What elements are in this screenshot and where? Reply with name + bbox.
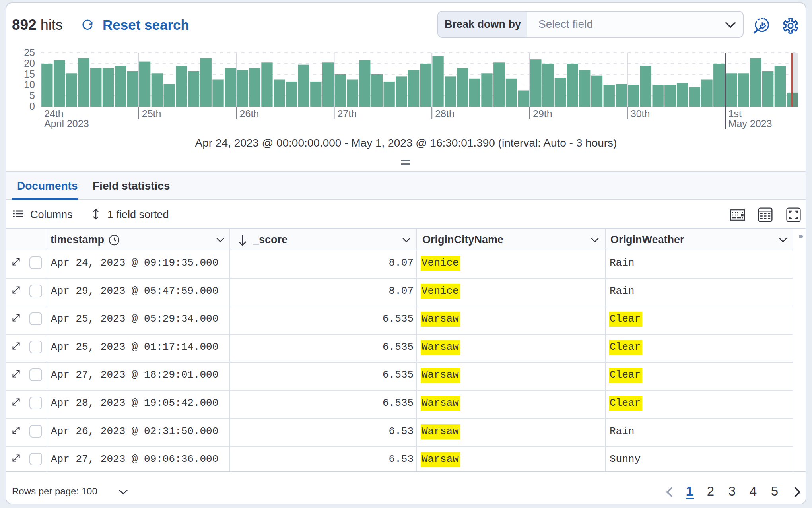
svg-text:15: 15 <box>24 68 35 79</box>
svg-text:26th: 26th <box>240 108 259 119</box>
svg-text:24th: 24th <box>44 108 64 119</box>
svg-text:29th: 29th <box>533 108 552 119</box>
svg-text:20: 20 <box>24 58 35 69</box>
svg-text:May 2023: May 2023 <box>728 118 772 129</box>
svg-text:10: 10 <box>24 79 35 90</box>
svg-text:1st: 1st <box>728 108 742 119</box>
svg-text:30th: 30th <box>631 108 650 119</box>
svg-text:5: 5 <box>29 90 35 101</box>
svg-text:28th: 28th <box>435 108 455 119</box>
svg-text:25th: 25th <box>142 108 161 119</box>
svg-text:27th: 27th <box>337 108 357 119</box>
svg-text:0: 0 <box>29 101 35 112</box>
svg-text:25: 25 <box>24 47 35 58</box>
svg-text:April 2023: April 2023 <box>44 118 89 129</box>
